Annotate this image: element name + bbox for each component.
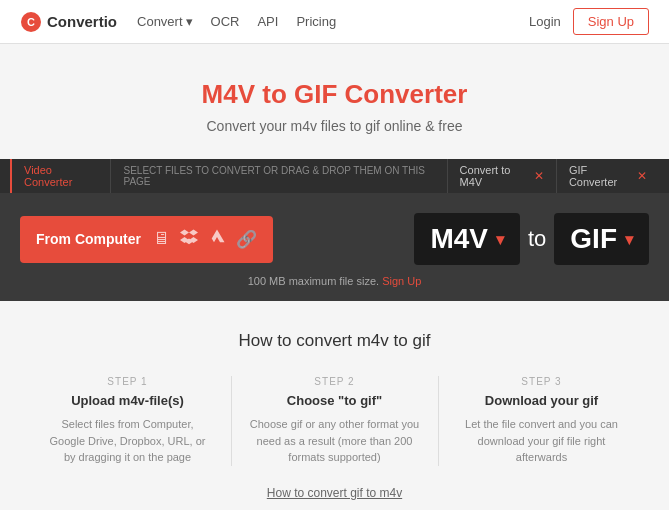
from-format-arrow: ▾	[496, 230, 504, 249]
step-1-label: Step 1	[43, 376, 213, 387]
nav-convert[interactable]: Convert	[137, 14, 193, 29]
signup-link[interactable]: Sign Up	[382, 275, 421, 287]
step-2-desc: Choose gif or any other format you need …	[250, 416, 420, 466]
converter-section: Video Converter SELECT FILES TO CONVERT …	[0, 159, 669, 301]
step-2-label: Step 2	[250, 376, 420, 387]
upload-area[interactable]: From Computer 🖥 🔗	[20, 216, 273, 263]
login-button[interactable]: Login	[529, 14, 561, 29]
navbar: C Convertio Convert OCR API Pricing Logi…	[0, 0, 669, 44]
upload-icons: 🖥 🔗	[153, 228, 257, 251]
tab-right: Convert to M4V ✕ GIF Converter ✕	[447, 159, 659, 193]
converter-tabs: Video Converter SELECT FILES TO CONVERT …	[0, 159, 669, 193]
hero-subtitle: Convert your m4v files to gif online & f…	[20, 118, 649, 134]
to-label: to	[528, 226, 546, 252]
format-selector: M4V ▾ to GIF ▾	[414, 213, 649, 265]
from-format[interactable]: M4V ▾	[414, 213, 520, 265]
tab-convert-m4v[interactable]: Convert to M4V ✕	[447, 159, 556, 193]
hero-title: M4V to GIF Converter	[20, 79, 649, 110]
howto-bottom-link[interactable]: How to convert gif to m4v	[20, 486, 649, 500]
step-1: Step 1 Upload m4v-file(s) Select files f…	[25, 376, 232, 466]
logo[interactable]: C Convertio	[20, 11, 117, 33]
nav-links: Convert OCR API Pricing	[137, 14, 529, 29]
close-icon: ✕	[637, 169, 647, 183]
tab-gif-converter[interactable]: GIF Converter ✕	[556, 159, 659, 193]
tab-instructions: SELECT FILES TO CONVERT OR DRAG & DROP T…	[111, 159, 446, 193]
link-icon[interactable]: 🔗	[236, 229, 257, 250]
upload-button[interactable]: From Computer	[36, 231, 141, 247]
close-icon: ✕	[534, 169, 544, 183]
howto-section: How to convert m4v to gif Step 1 Upload …	[0, 301, 669, 510]
logo-icon: C	[20, 11, 42, 33]
converter-main: From Computer 🖥 🔗 M4V ▾	[0, 193, 669, 275]
nav-pricing[interactable]: Pricing	[296, 14, 336, 29]
file-size-note: 100 MB maximum file size. Sign Up	[0, 275, 669, 301]
steps: Step 1 Upload m4v-file(s) Select files f…	[25, 376, 645, 466]
step-2-title: Choose "to gif"	[250, 393, 420, 408]
logo-text: Convertio	[47, 13, 117, 30]
hero-section: M4V to GIF Converter Convert your m4v fi…	[0, 44, 669, 159]
svg-text:C: C	[27, 16, 35, 28]
gdrive-icon[interactable]	[208, 228, 226, 251]
tab-video-converter[interactable]: Video Converter	[10, 159, 111, 193]
signup-button[interactable]: Sign Up	[573, 8, 649, 35]
monitor-icon[interactable]: 🖥	[153, 229, 170, 249]
howto-title: How to convert m4v to gif	[20, 331, 649, 351]
step-3-title: Download your gif	[457, 393, 627, 408]
step-3: Step 3 Download your gif Let the file co…	[439, 376, 645, 466]
step-2: Step 2 Choose "to gif" Choose gif or any…	[232, 376, 439, 466]
step-3-desc: Let the file convert and you can downloa…	[457, 416, 627, 466]
nav-right: Login Sign Up	[529, 8, 649, 35]
step-3-label: Step 3	[457, 376, 627, 387]
dropbox-icon[interactable]	[180, 228, 198, 251]
to-format-arrow: ▾	[625, 230, 633, 249]
nav-api[interactable]: API	[257, 14, 278, 29]
step-1-desc: Select files from Computer, Google Drive…	[43, 416, 213, 466]
step-1-title: Upload m4v-file(s)	[43, 393, 213, 408]
nav-ocr[interactable]: OCR	[211, 14, 240, 29]
to-format[interactable]: GIF ▾	[554, 213, 649, 265]
